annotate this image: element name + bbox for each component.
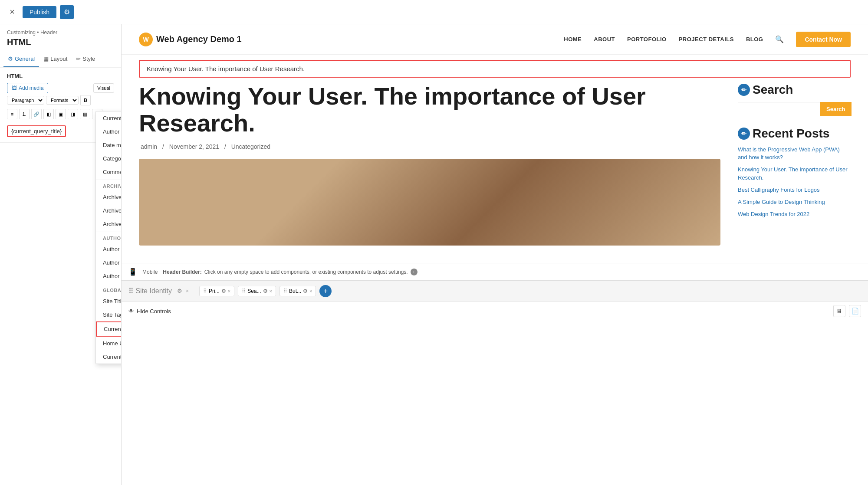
admin-bar: × Publish ⚙ (0, 0, 868, 24)
article-meta: admin / November 2, 2021 / Uncategorized (139, 143, 720, 150)
component-pri-gear[interactable]: ⚙ (221, 288, 226, 294)
nav-about[interactable]: ABOUT (594, 36, 615, 43)
search-widget-title: ✏ Search (738, 83, 851, 97)
align-right-button[interactable]: ◨ (68, 109, 78, 119)
hide-controls-button[interactable]: 👁 Hide Controls (128, 308, 171, 315)
dropdown-item-archive-url[interactable]: Archive URL (96, 217, 122, 231)
content-area: Knowing Your User. The importance of Use… (122, 83, 868, 263)
mobile-label: Mobile (142, 269, 158, 275)
recent-post-2[interactable]: Knowing Your User. The importance of Use… (738, 166, 851, 181)
recent-post-1[interactable]: What is the Progressive Web App (PWA) an… (738, 146, 851, 161)
align-left-button[interactable]: ◧ (43, 109, 54, 119)
recent-post-5[interactable]: Web Design Trends for 2022 (738, 210, 851, 218)
mobile-icon: 📱 (128, 268, 137, 276)
dropdown-item-archive-title[interactable]: Archive Title (96, 204, 122, 217)
dropdown-item-author-url[interactable]: Author URL (96, 269, 122, 283)
component-but-label: But... (289, 288, 301, 294)
component-search[interactable]: ⠿ Sea... ⚙ × (238, 286, 276, 296)
settings-button[interactable]: ⚙ (60, 5, 74, 19)
dropdown-item-current-post-meta[interactable]: Current Post Meta (96, 111, 122, 125)
drag-icon2: ⠿ (242, 288, 246, 294)
list-ordered-button[interactable]: 1. (19, 109, 30, 119)
recent-posts-title: ✏ Recent Posts (738, 127, 851, 141)
dropdown-item-date-meta[interactable]: Date meta (96, 138, 122, 152)
search-widget-icon: ✏ (738, 84, 750, 96)
dropdown-item-author-name[interactable]: Author Name (96, 256, 122, 269)
builder-info: Header Builder: Click on any empty space… (163, 269, 417, 275)
contact-now-button[interactable]: Contact Now (796, 32, 851, 47)
sidebar-tabs: ⚙ General ▦ Layout ✏ Style (0, 51, 121, 68)
align-center-button[interactable]: ▣ (56, 109, 66, 119)
nav-blog[interactable]: BLOG (746, 36, 763, 43)
paragraph-select[interactable]: Paragraph (7, 96, 44, 105)
drag-icon3: ⠿ (283, 288, 287, 294)
dropdown-item-comments-meta[interactable]: Comments meta (96, 165, 122, 179)
component-sea-gear[interactable]: ⚙ (263, 288, 268, 294)
nav-project-details[interactable]: PROJECT DETAILS (679, 36, 734, 43)
dropdown-item-home-url[interactable]: Home URL (96, 337, 122, 350)
site-logo: W Web Agency Demo 1 (139, 33, 242, 46)
add-component-button[interactable]: + (319, 285, 332, 297)
dropdown-item-current-year[interactable]: Current Year (96, 350, 122, 364)
component-pri-close[interactable]: × (228, 288, 230, 294)
article-image (139, 159, 720, 246)
builder-components-row: ⠿ Site Identity ⚙ × ⠿ Pri... ⚙ × ⠿ Sea..… (122, 280, 868, 301)
component-button[interactable]: ⠿ But... ⚙ × (279, 286, 316, 296)
global-section-label: GLOBAL (96, 284, 122, 295)
align-justify-button[interactable]: ▤ (80, 109, 90, 119)
builder-bar: 📱 Mobile Header Builder: Click on any em… (122, 263, 868, 280)
component-sea-label: Sea... (247, 288, 261, 294)
breadcrumb: Customizing • Header (7, 29, 114, 36)
bold-button[interactable]: B (80, 95, 91, 105)
formats-select[interactable]: Formats (46, 96, 79, 105)
identity-close[interactable]: × (186, 288, 189, 294)
meta-divider-2: / (224, 143, 228, 150)
nav-portfolio[interactable]: PORTOFOLIO (627, 36, 667, 43)
dropdown-item-site-title[interactable]: Site Title (96, 295, 122, 308)
dropdown-item-author-bio[interactable]: Author Bio (96, 242, 122, 256)
recent-posts-widget: ✏ Recent Posts What is the Progressive W… (738, 127, 851, 218)
identity-gear[interactable]: ⚙ (177, 288, 182, 294)
recent-post-3[interactable]: Best Calligraphy Fonts for Logos (738, 186, 851, 194)
publish-button[interactable]: Publish (23, 6, 56, 18)
search-form: Search (738, 102, 851, 116)
component-sea-close[interactable]: × (270, 288, 272, 294)
desktop-view-button[interactable]: 🖥 (833, 305, 845, 317)
logo-icon: W (139, 33, 153, 46)
tab-general[interactable]: ⚙ General (3, 51, 39, 67)
page-title-bar: Knowing Your User. The importance of Use… (139, 60, 851, 78)
recent-posts-icon: ✏ (738, 128, 750, 140)
dropdown-item-archive-description[interactable]: Archive Description (96, 190, 122, 204)
add-media-button[interactable]: 🖼 Add media (7, 83, 48, 93)
recent-post-4[interactable]: A Simple Guide to Design Thinking (738, 198, 851, 206)
right-sidebar: ✏ Search Search ✏ Recent Posts What is t… (738, 83, 851, 246)
meta-divider-1: / (162, 143, 166, 150)
component-primary[interactable]: ⠿ Pri... ⚙ × (199, 286, 234, 296)
visual-button[interactable]: Visual (93, 83, 114, 93)
search-widget: ✏ Search Search (738, 83, 851, 116)
component-but-gear[interactable]: ⚙ (303, 288, 308, 294)
dropdown-menu: Current Post Meta Author meta Date meta … (95, 111, 122, 364)
close-button[interactable]: × (5, 5, 19, 19)
drag-icon: ⠿ (203, 288, 207, 294)
dropdown-item-author-meta[interactable]: Author meta (96, 125, 122, 138)
search-icon[interactable]: 🔍 (775, 35, 784, 43)
tablet-view-button[interactable]: 📄 (849, 305, 861, 317)
tab-style[interactable]: ✏ Style (72, 51, 99, 67)
dropdown-item-category-meta[interactable]: Category meta (96, 152, 122, 165)
article-category: Uncategorized (231, 143, 270, 150)
author-section-label: AUTHOR (96, 232, 122, 242)
search-input[interactable] (738, 102, 820, 116)
component-but-close[interactable]: × (309, 288, 312, 294)
search-submit-button[interactable]: Search (820, 102, 852, 116)
nav-home[interactable]: HOME (564, 36, 582, 43)
dropdown-item-site-tagline[interactable]: Site Tagline (96, 308, 122, 321)
bottom-controls: 👁 Hide Controls 🖥 📄 (122, 301, 868, 321)
tab-layout[interactable]: ▦ Layout (39, 51, 72, 67)
list-unordered-button[interactable]: ≡ (7, 109, 17, 119)
link-button[interactable]: 🔗 (31, 109, 42, 119)
dropdown-item-current-page-title[interactable]: Current Page Title (96, 321, 122, 337)
article-author: admin (141, 143, 157, 150)
identity-label: ⠿ Site Identity (128, 287, 172, 295)
site-header: W Web Agency Demo 1 HOME ABOUT PORTOFOLI… (122, 24, 868, 55)
